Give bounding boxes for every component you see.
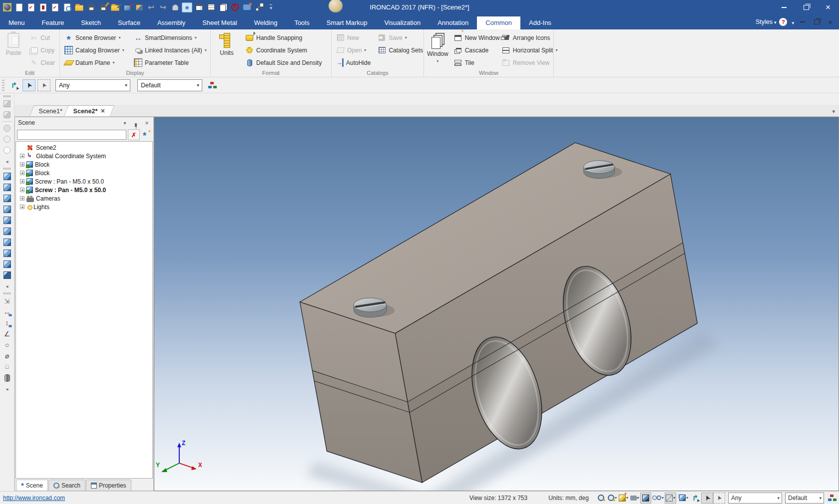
wireframe-render-icon[interactable] [665,493,676,504]
tab-feature[interactable]: Feature [33,16,73,29]
tab-annotation[interactable]: Annotation [429,16,477,29]
parameter-table-button[interactable]: Parameter Table [132,56,207,69]
expand-icon[interactable] [20,205,24,209]
select-cursor-button[interactable] [22,79,35,91]
selection-filter-combo[interactable]: Any [55,79,130,91]
doc-minimize-button[interactable] [797,21,808,22]
view-right-icon[interactable] [2,216,11,225]
tab-smart-markup[interactable]: Smart Markup [318,16,376,29]
tree-row-screw-1[interactable]: Screw : Pan - M5.0 x 50.0 [16,177,152,186]
new-part-icon[interactable] [38,2,48,12]
tab-menu[interactable]: Menu [0,16,33,29]
shaded-render-icon[interactable] [640,493,651,504]
triball-icon[interactable] [2,99,11,108]
dimension-vertical-icon[interactable] [2,318,11,327]
move-shape-icon[interactable] [2,110,11,119]
tile-button[interactable]: Tile [452,56,496,69]
tab-sheet-metal[interactable]: Sheet Metal [194,16,245,29]
clear-button[interactable]: ✎Clear [28,56,56,69]
new-document-icon[interactable] [14,2,24,12]
doc-restore-button[interactable] [811,19,822,24]
linked-instances-button[interactable]: Linked Instances (All) [132,44,207,56]
panel-menu-caret-icon[interactable] [121,120,128,126]
catalog-sets-button[interactable]: Catalog Sets [376,44,424,56]
handle-snapping-button[interactable]: Handle Snapping [244,31,323,44]
strip-grip-3[interactable] [3,292,10,294]
filter-options-icon[interactable] [141,130,151,140]
cut-button[interactable]: ✄Cut [28,31,56,44]
arrange-icons-button[interactable]: Arrange Icons [500,31,559,44]
smart-paint-icon[interactable] [689,493,701,504]
help-caret-icon[interactable] [790,17,794,26]
expand-icon[interactable] [20,196,24,201]
doc-close-button[interactable] [825,18,836,26]
view-iso-icon[interactable] [2,172,11,181]
screen-capture-icon[interactable] [242,2,252,12]
box-select-icon[interactable] [713,493,725,504]
styles-dropdown[interactable]: Styles [756,18,777,25]
expand-icon[interactable] [20,162,24,167]
tree-row-lights[interactable]: Lights [16,203,152,211]
line-tool-icon[interactable] [254,2,264,12]
realistic-render-icon[interactable] [651,493,665,504]
viewport-3d[interactable]: Z Y X [154,117,839,491]
panel-tab-scene[interactable]: Scene [16,480,48,491]
zoom-window-icon[interactable] [607,493,618,504]
catalog-new-button[interactable]: New [335,31,372,44]
view-left-icon[interactable] [2,205,11,214]
view-front-icon[interactable] [2,183,11,192]
close-button[interactable] [817,0,839,14]
panel-tab-properties[interactable]: Properties [86,480,131,491]
view-iso-2-icon[interactable] [2,249,11,257]
restore-button[interactable] [795,0,817,14]
boolean-union-icon[interactable] [2,124,11,133]
standard-views-icon[interactable] [618,493,629,504]
boolean-intersect-icon[interactable] [2,146,11,155]
smart-paint-cursor-button[interactable] [7,79,20,91]
ribbon-help-icon[interactable] [779,18,787,26]
view-bottom-icon[interactable] [2,238,11,247]
qat-more-icon[interactable] [266,2,276,12]
tree-row-gcs[interactable]: Global Coordinate System [16,152,152,160]
copy-button[interactable]: Copy [28,44,56,56]
list-view-icon[interactable] [206,2,216,12]
strip-grip-2[interactable] [3,168,10,170]
tree-row-scene2[interactable]: Scene2 [16,143,152,152]
copy-image-icon[interactable] [134,2,144,12]
statusbar-hierarchy-icon[interactable] [828,495,836,502]
view-back-icon[interactable] [2,194,11,203]
horizontal-split-button[interactable]: Horizontal Split [500,44,559,56]
remove-view-button[interactable]: Remove View [500,56,559,69]
clear-filter-button[interactable] [128,129,140,140]
new-window-button[interactable]: New Window [452,31,496,44]
coordinate-system-button[interactable]: Coordinate System [244,44,323,56]
boolean-subtract-icon[interactable] [2,135,11,144]
help-icon[interactable] [230,2,240,12]
view-custom-icon[interactable] [2,270,11,279]
scene-config-icon[interactable] [676,493,689,504]
catalog-browser-button[interactable]: Catalog Browser [63,44,128,56]
doc-tabs-more-icon[interactable] [832,106,835,115]
render-icon[interactable] [170,2,180,12]
box-select-button[interactable] [37,79,50,91]
view-iso-3-icon[interactable] [2,259,11,268]
dimension-angle-icon[interactable] [2,329,11,338]
statusbar-filter-combo[interactable]: Any [728,493,782,504]
tab-sketch[interactable]: Sketch [72,16,109,29]
new-drawing-icon[interactable] [62,2,72,12]
zoom-fit-icon[interactable] [596,493,607,504]
default-size-density-button[interactable]: Default Size and Density [244,56,323,69]
redo-icon[interactable] [158,2,168,12]
tree-row-screw-2-selected[interactable]: Screw : Pan - M5.0 x 50.0 [16,186,152,194]
units-button[interactable]: Units [214,31,240,56]
dimension-radius-icon[interactable] [2,340,11,349]
tree-filter-input[interactable] [17,130,126,140]
statusbar-style-combo[interactable]: Default [785,493,824,504]
doc-tab-close-icon[interactable] [101,107,105,115]
new-scene-icon[interactable] [26,2,36,12]
toolbar-grip[interactable] [2,80,4,91]
tree-row-cameras[interactable]: Cameras [16,194,152,203]
tab-visualization[interactable]: Visualization [376,16,429,29]
doc-tab-scene2[interactable]: Scene2* [64,105,115,116]
cascade-button[interactable]: Cascade [452,44,496,56]
